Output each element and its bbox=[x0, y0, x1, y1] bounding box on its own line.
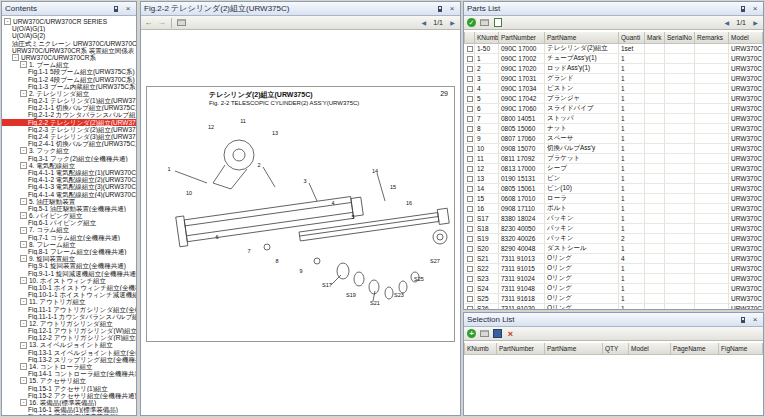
tree-item[interactable]: Fig.2-1-2 カウンタバランスバルブ組立(CB-0 bbox=[2, 111, 136, 118]
selection-column-header[interactable]: FigName bbox=[719, 343, 763, 354]
parts-column-header[interactable]: PartName bbox=[545, 32, 619, 43]
parts-column-header[interactable]: Remarks bbox=[695, 32, 729, 43]
parts-row[interactable]: S257311 91618Oリング1URW370C(A bbox=[465, 293, 763, 303]
row-checkbox[interactable] bbox=[467, 136, 473, 142]
row-checkbox[interactable] bbox=[467, 266, 473, 272]
diagram-callout[interactable]: 14 bbox=[372, 168, 378, 174]
diagram-callout[interactable]: S21 bbox=[370, 300, 380, 306]
pin-icon[interactable] bbox=[738, 315, 748, 325]
tree-expander-icon[interactable]: - bbox=[12, 54, 19, 61]
row-checkbox[interactable] bbox=[467, 226, 473, 232]
parts-row[interactable]: 4090C 17034ピストン1URW370C(A bbox=[465, 83, 763, 93]
row-checkbox[interactable] bbox=[467, 86, 473, 92]
prev-page-button[interactable]: ◀ bbox=[418, 17, 429, 28]
parts-row[interactable]: 90807 17060スペーサ1URW370C(A bbox=[465, 133, 763, 143]
close-icon[interactable]: × bbox=[750, 315, 760, 325]
row-checkbox[interactable] bbox=[467, 236, 473, 242]
tree-expander-icon[interactable]: - bbox=[20, 147, 27, 154]
diagram-callout[interactable]: S19 bbox=[346, 292, 356, 298]
delete-button[interactable]: × bbox=[505, 328, 516, 339]
diagram-callout[interactable]: 4 bbox=[331, 200, 334, 206]
tree-item[interactable]: -7. コラム組立 bbox=[2, 226, 136, 233]
parts-row[interactable]: 140805 15061ピン(10)1URW370C(A bbox=[465, 183, 763, 193]
diagram-callout[interactable]: S27 bbox=[430, 258, 440, 264]
select-all-button[interactable]: ✓ bbox=[466, 17, 477, 28]
tree-item[interactable]: -3. フック組立 bbox=[2, 147, 136, 154]
tree-item[interactable]: -11. アウトリガ組立 bbox=[2, 298, 136, 305]
tree-item[interactable]: -1. ブーム組立 bbox=[2, 61, 136, 68]
diagram-callout[interactable]: S23 bbox=[394, 292, 404, 298]
row-checkbox[interactable] bbox=[467, 176, 473, 182]
tree-item[interactable]: Fig.1-2 4段ブーム組立(URW370C系) bbox=[2, 76, 136, 83]
save-button[interactable] bbox=[492, 328, 503, 339]
print-button[interactable] bbox=[176, 17, 187, 28]
tree-item[interactable]: Fig.2-1-1 切換バルブ組立(URW375C系) bbox=[2, 104, 136, 111]
parts-row[interactable]: S267311 91020Oリング1URW370C(A bbox=[465, 303, 763, 309]
diagram-callout[interactable]: 9 bbox=[299, 268, 302, 274]
next-page-button[interactable]: ▶ bbox=[447, 17, 458, 28]
row-checkbox[interactable] bbox=[467, 146, 473, 152]
tree-expander-icon[interactable]: - bbox=[20, 61, 27, 68]
tree-expander-icon[interactable]: - bbox=[20, 241, 27, 248]
tree-item[interactable]: Fig.1-3 ブーム内蔵組立(URW375C系)(多 bbox=[2, 83, 136, 90]
tree-item[interactable]: -10. ホイストウィンチ組立 bbox=[2, 277, 136, 284]
print-button[interactable] bbox=[479, 17, 490, 28]
tree-item[interactable]: Fig.9-1-1 旋回減速機組立(全機種共通) bbox=[2, 270, 136, 277]
parts-column-header[interactable]: Model bbox=[729, 32, 763, 43]
tree-expander-icon[interactable]: - bbox=[20, 320, 27, 327]
tree-item[interactable]: Fig.4-1-4 電気配線組立(4)(URW370C系) bbox=[2, 191, 136, 198]
tree-expander-icon[interactable]: - bbox=[20, 277, 27, 284]
parts-row[interactable]: 70800 14051ストッパ1URW370C(A bbox=[465, 113, 763, 123]
tree-expander-icon[interactable]: - bbox=[20, 227, 27, 234]
tree-item[interactable]: Fig.4-1-2 電気配線組立(2)(URW370C系) bbox=[2, 176, 136, 183]
tree-item[interactable]: -15. アクセサリ組立 bbox=[2, 377, 136, 384]
export-button[interactable] bbox=[492, 17, 503, 28]
tree-item[interactable]: -6. パイピング組立 bbox=[2, 212, 136, 219]
tree-expander-icon[interactable]: - bbox=[4, 18, 11, 25]
parts-row[interactable]: 6090C 17060スライドパイプ1URW370C(A bbox=[465, 103, 763, 113]
parts-row[interactable]: 1-50090C 17000テレシリンダ(2)組立1setURW370C(A bbox=[465, 43, 763, 53]
row-checkbox[interactable] bbox=[467, 76, 473, 82]
back-button[interactable]: ← bbox=[143, 17, 154, 28]
parts-row[interactable]: 130190 15131ピン1URW370C(A bbox=[465, 173, 763, 183]
diagram-callout[interactable]: 13 bbox=[272, 130, 278, 136]
close-icon[interactable]: × bbox=[447, 4, 457, 14]
row-checkbox[interactable] bbox=[467, 276, 473, 282]
tree-item[interactable]: Fig.14-1 コントローラ組立(全機種共通) bbox=[2, 370, 136, 377]
parts-row[interactable]: 160908 17110ボルト1URW370C(A bbox=[465, 203, 763, 213]
row-checkbox[interactable] bbox=[467, 166, 473, 172]
diagram-callout[interactable]: 2 bbox=[257, 162, 260, 168]
parts-column-header[interactable]: KNumb bbox=[475, 32, 499, 43]
tree-item[interactable]: Fig.8-1 フレーム組立(全機種共通) bbox=[2, 248, 136, 255]
diagram-callout[interactable]: 16 bbox=[406, 200, 412, 206]
row-checkbox[interactable] bbox=[467, 56, 473, 62]
tree-expander-icon[interactable]: - bbox=[20, 162, 27, 169]
parts-row[interactable]: S217311 91013Oリング4URW370C(A bbox=[465, 253, 763, 263]
diagram-callout[interactable]: S17 bbox=[322, 282, 332, 288]
parts-column-header[interactable]: Quanti bbox=[619, 32, 645, 43]
tree-item[interactable]: Fig.1-1 5段ブーム組立(URW375C系) bbox=[2, 68, 136, 75]
row-checkbox[interactable] bbox=[467, 186, 473, 192]
tree-item[interactable]: -9. 旋回装置組立 bbox=[2, 255, 136, 262]
row-checkbox[interactable] bbox=[467, 246, 473, 252]
figure-canvas[interactable]: テレシリンダ(2)組立(URW375C) Fig. 2-2 TELESCOPIC… bbox=[141, 32, 460, 415]
tree-item[interactable]: Fig.11-1-1 カウンタバランスバルブ組立(CB- bbox=[2, 313, 136, 320]
row-checkbox[interactable] bbox=[467, 206, 473, 212]
tree-item[interactable]: Fig.2-2 テレシリンダ(2)組立(URW375C) bbox=[2, 119, 136, 126]
parts-row[interactable]: S227311 91015Oリング1URW370C(A bbox=[465, 263, 763, 273]
tree-item[interactable]: -2. テレシリンダ組立 bbox=[2, 90, 136, 97]
row-checkbox[interactable] bbox=[467, 296, 473, 302]
close-icon[interactable]: × bbox=[123, 4, 133, 14]
pin-icon[interactable] bbox=[435, 4, 445, 14]
parts-column-header[interactable]: Mark bbox=[645, 32, 665, 43]
exploded-diagram[interactable]: 12111311023141516456789S17S19S21S23S25S2… bbox=[147, 109, 454, 339]
parts-row[interactable]: 5090C 17042プランジャ1URW370C(A bbox=[465, 93, 763, 103]
tree-item[interactable]: -16. 装備品(標準装備品) bbox=[2, 399, 136, 406]
row-checkbox[interactable] bbox=[467, 46, 473, 52]
parts-row[interactable]: S178380 18024パッキン1URW370C(A bbox=[465, 213, 763, 223]
row-checkbox[interactable] bbox=[467, 156, 473, 162]
parts-row[interactable]: S198320 40026パッキン2URW370C(A bbox=[465, 233, 763, 243]
selection-column-header[interactable]: PartNumber bbox=[497, 343, 545, 354]
diagram-callout[interactable]: 5 bbox=[351, 214, 354, 220]
row-checkbox[interactable] bbox=[467, 66, 473, 72]
